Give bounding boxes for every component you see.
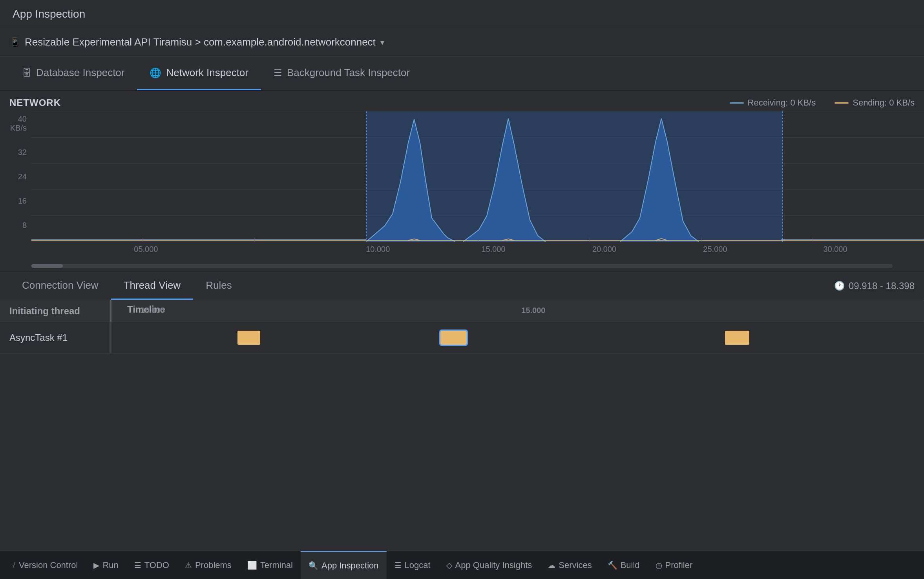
status-todo[interactable]: ☰ TODO [126,551,177,579]
app-quality-label: App Quality Insights [455,560,532,570]
tab-database-label: Database Inspector [36,67,124,79]
app-quality-icon: ◇ [446,561,452,570]
y-label-16: 16 [5,197,27,206]
chart-container[interactable]: 40 KB/s 32 24 16 8 [0,111,924,242]
x-axis: 05.000 10.000 15.000 20.000 25.000 30.00… [0,242,924,260]
timeline-tick-10: 10.000 [141,306,164,315]
version-control-icon: ⑂ [11,561,16,570]
task-block-1[interactable] [237,331,260,345]
thread-name: AsyncTask #1 [9,332,68,343]
device-bar: 📱 Resizable Experimental API Tiramisu > … [0,28,924,56]
receiving-line [730,102,744,104]
problems-icon: ⚠ [185,561,192,570]
status-services[interactable]: ☁ Services [540,551,599,579]
tab-background-label: Background Task Inspector [287,67,410,79]
tab-connection-view[interactable]: Connection View [9,272,111,300]
thread-timeline-cell[interactable] [111,322,924,353]
y-label-32: 32 [5,148,27,157]
legend-receiving: Receiving: 0 KB/s [730,98,816,108]
network-legend: Receiving: 0 KB/s Sending: 0 KB/s [730,98,915,108]
thread-name-cell: AsyncTask #1 [0,322,110,353]
profiler-icon: ◷ [656,561,662,570]
build-icon: 🔨 [608,561,617,570]
task-block-3[interactable] [725,331,749,345]
sending-label: Sending: 0 KB/s [853,98,915,108]
y-axis: 40 KB/s 32 24 16 8 [0,111,31,242]
run-label: Run [102,560,118,570]
status-terminal[interactable]: ⬜ Terminal [239,551,301,579]
thread-table: Initiating thread Timeline 10.000 15.000… [0,300,924,551]
chart-main[interactable] [31,111,924,242]
logcat-icon: ☰ [394,561,402,570]
status-bar: ⑂ Version Control ▶ Run ☰ TODO ⚠ Problem… [0,551,924,579]
todo-label: TODO [144,560,169,570]
header-initiating-thread: Initiating thread [0,300,110,322]
inspector-tabs: 🗄 Database Inspector 🌐 Network Inspector… [0,56,924,91]
tab-connection-label: Connection View [22,279,99,291]
background-icon: ☰ [274,67,282,78]
chevron-down-icon: ▾ [380,38,384,47]
y-label-24: 24 [5,172,27,181]
logcat-label: Logcat [405,560,431,570]
run-icon: ▶ [93,561,99,570]
table-row: AsyncTask #1 [0,322,924,353]
tab-database[interactable]: 🗄 Database Inspector [9,56,137,90]
receiving-label: Receiving: 0 KB/s [748,98,816,108]
legend-sending: Sending: 0 KB/s [835,98,915,108]
database-icon: 🗄 [22,67,31,78]
status-build[interactable]: 🔨 Build [600,551,648,579]
build-label: Build [621,560,640,570]
app-inspection-icon: 🔍 [309,561,318,570]
tab-background[interactable]: ☰ Background Task Inspector [261,56,422,90]
x-label-30: 30.000 [823,245,847,254]
status-problems[interactable]: ⚠ Problems [177,551,239,579]
chart-svg [31,111,924,242]
scrollbar-track[interactable] [31,264,893,268]
x-label-25: 25.000 [703,245,727,254]
view-tabs: Connection View Thread View Rules 🕐 09.9… [0,272,924,300]
task-block-2[interactable] [440,331,466,345]
bottom-panel: Connection View Thread View Rules 🕐 09.9… [0,271,924,551]
problems-label: Problems [195,560,232,570]
app-inspection-label: App Inspection [321,561,379,571]
version-control-label: Version Control [19,560,78,570]
status-logcat[interactable]: ☰ Logcat [387,551,438,579]
status-profiler[interactable]: ◷ Profiler [648,551,701,579]
x-label-15: 15.000 [481,245,505,254]
time-range-display: 🕐 09.918 - 18.398 [834,280,915,291]
x-label-05: 05.000 [134,245,158,254]
scrollbar-thumb[interactable] [31,264,63,268]
clock-icon: 🕐 [834,281,845,291]
timeline-tick-15: 15.000 [521,306,545,315]
network-chart-area: NETWORK Receiving: 0 KB/s Sending: 0 KB/… [0,91,924,271]
network-icon: 🌐 [150,67,161,78]
terminal-icon: ⬜ [247,561,257,570]
tab-network[interactable]: 🌐 Network Inspector [137,56,261,90]
scrollbar-area [0,260,924,271]
sending-line [835,102,849,104]
status-run[interactable]: ▶ Run [86,551,126,579]
device-name: Resizable Experimental API Tiramisu > co… [25,36,376,48]
y-label-40: 40 KB/s [5,115,27,133]
tab-thread-label: Thread View [124,279,181,291]
header-timeline: Timeline 10.000 15.000 [111,300,924,322]
status-app-inspection[interactable]: 🔍 App Inspection [301,551,387,579]
thread-table-header: Initiating thread Timeline 10.000 15.000 [0,300,924,322]
profiler-label: Profiler [665,560,693,570]
network-title: NETWORK [9,97,61,108]
services-icon: ☁ [548,561,555,570]
device-icon: 📱 [9,37,20,47]
status-app-quality[interactable]: ◇ App Quality Insights [438,551,540,579]
todo-icon: ☰ [134,561,141,570]
tab-thread-view[interactable]: Thread View [111,272,194,300]
x-label-20: 20.000 [592,245,616,254]
network-header: NETWORK Receiving: 0 KB/s Sending: 0 KB/… [0,91,924,111]
device-selector[interactable]: Resizable Experimental API Tiramisu > co… [25,36,384,48]
status-version-control[interactable]: ⑂ Version Control [3,551,86,579]
timeline-header: Timeline 10.000 15.000 [121,304,914,318]
tab-rules[interactable]: Rules [193,272,244,300]
tab-rules-label: Rules [206,279,232,291]
app-title: App Inspection [13,8,85,20]
title-bar: App Inspection [0,0,924,28]
tab-network-label: Network Inspector [166,67,248,79]
